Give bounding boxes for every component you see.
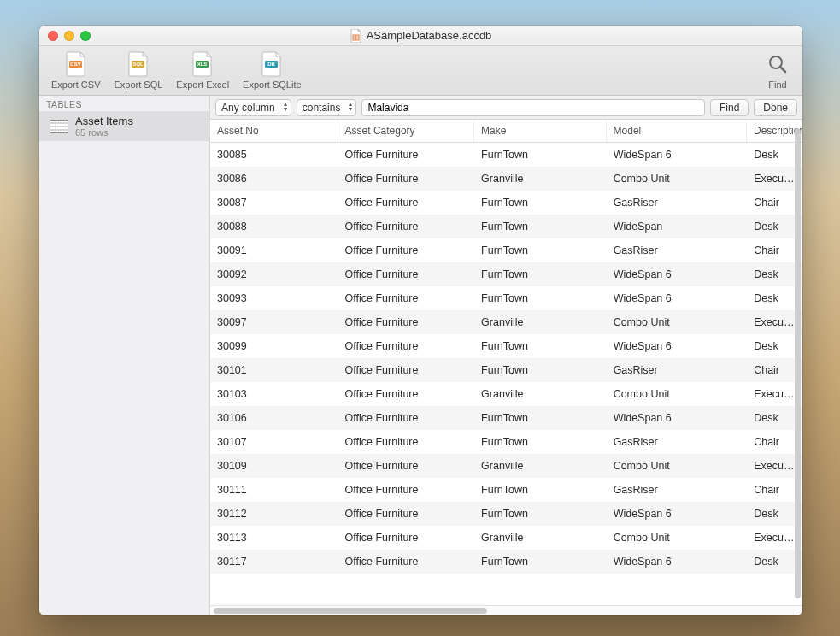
cell-make: FurnTown <box>474 478 607 502</box>
cell-make: Granville <box>474 310 607 334</box>
cell-model: WideSpan 6 <box>607 262 748 286</box>
toolbar: CSV Export CSV SQL Export SQL XLS Export… <box>39 46 802 96</box>
csv-file-icon: CSV <box>63 51 89 77</box>
cell-make: FurnTown <box>474 334 607 358</box>
table-row[interactable]: 30088Office FurnitureFurnTownWideSpanDes… <box>210 215 802 238</box>
xls-file-icon: XLS <box>190 51 215 77</box>
table-row[interactable]: 30112Office FurnitureFurnTownWideSpan 6D… <box>210 502 802 526</box>
workspace: TABLES Asset Items 65 rows Any column co… <box>39 96 802 615</box>
sidebar-section-header: TABLES <box>39 96 209 111</box>
export-csv-button[interactable]: CSV Export CSV <box>44 50 107 91</box>
titlebar: ASampleDatabase.accdb <box>39 26 802 46</box>
cell-asset-no: 30103 <box>210 382 338 406</box>
cell-model: WideSpan 6 <box>607 550 748 574</box>
cell-category: Office Furniture <box>338 191 475 215</box>
table-row[interactable]: 30113Office FurnitureGranvilleCombo Unit… <box>210 526 802 550</box>
table-row[interactable]: 30117Office FurnitureFurnTownWideSpan 6D… <box>210 550 802 574</box>
toolbar-label: Export Excel <box>176 80 229 90</box>
cell-asset-no: 30107 <box>210 430 338 454</box>
cell-asset-no: 30117 <box>210 550 338 574</box>
sidebar: TABLES Asset Items 65 rows <box>39 96 210 615</box>
export-sqlite-button[interactable]: DB Export SQLite <box>236 50 308 91</box>
table-row[interactable]: 30085Office FurnitureFurnTownWideSpan 6D… <box>210 143 802 167</box>
toolbar-label: Export CSV <box>51 80 100 90</box>
column-header-asset-category[interactable]: Asset Category <box>338 120 474 142</box>
cell-make: Granville <box>474 526 607 550</box>
cell-asset-no: 30097 <box>210 310 338 334</box>
cell-make: FurnTown <box>474 430 607 454</box>
table-row[interactable]: 30092Office FurnitureFurnTownWideSpan 6D… <box>210 262 802 286</box>
main-pane: Any column contains Find Done Asset No A… <box>210 96 802 615</box>
table-row[interactable]: 30107Office FurnitureFurnTownGasRiserCha… <box>210 430 802 454</box>
table-icon <box>50 120 68 133</box>
svg-text:CSV: CSV <box>70 62 80 67</box>
table-row[interactable]: 30106Office FurnitureFurnTownWideSpan 6D… <box>210 406 802 430</box>
done-button[interactable]: Done <box>754 99 797 116</box>
match-mode-select[interactable]: contains <box>297 99 357 116</box>
cell-make: FurnTown <box>474 191 607 215</box>
cell-asset-no: 30112 <box>210 502 338 526</box>
svg-text:SQL: SQL <box>132 62 144 67</box>
table-row[interactable]: 30109Office FurnitureGranvilleCombo Unit… <box>210 454 802 478</box>
zoom-window-button[interactable] <box>80 31 91 41</box>
export-excel-button[interactable]: XLS Export Excel <box>169 50 236 91</box>
cell-asset-no: 30106 <box>210 406 338 430</box>
cell-model: Combo Unit <box>607 454 748 478</box>
sidebar-item-asset-items[interactable]: Asset Items 65 rows <box>39 111 209 141</box>
cell-make: Granville <box>474 382 607 406</box>
cell-model: WideSpan <box>607 215 748 238</box>
table-row[interactable]: 30103Office FurnitureGranvilleCombo Unit… <box>210 382 802 406</box>
minimize-window-button[interactable] <box>64 31 74 41</box>
column-header-make[interactable]: Make <box>474 120 607 142</box>
cell-model: Combo Unit <box>607 310 748 334</box>
table-row[interactable]: 30097Office FurnitureGranvilleCombo Unit… <box>210 310 802 334</box>
db-file-icon: DB <box>259 51 285 77</box>
sidebar-item-subtitle: 65 rows <box>75 127 133 138</box>
table[interactable]: Asset No Asset Category Make Model Descr… <box>210 120 802 605</box>
table-row[interactable]: 30093Office FurnitureFurnTownWideSpan 6D… <box>210 286 802 310</box>
table-header: Asset No Asset Category Make Model Descr… <box>210 120 802 143</box>
table-row[interactable]: 30086Office FurnitureGranvilleCombo Unit… <box>210 167 802 191</box>
cell-asset-no: 30093 <box>210 286 338 310</box>
close-window-button[interactable] <box>48 31 58 41</box>
cell-asset-no: 30091 <box>210 238 338 262</box>
column-header-model[interactable]: Model <box>607 120 747 142</box>
table-row[interactable]: 30111Office FurnitureFurnTownGasRiserCha… <box>210 478 802 502</box>
window-title: ASampleDatabase.accdb <box>367 29 492 42</box>
cell-asset-no: 30092 <box>210 262 338 286</box>
cell-asset-no: 30111 <box>210 478 338 502</box>
cell-asset-no: 30087 <box>210 191 338 215</box>
cell-make: FurnTown <box>474 215 607 238</box>
cell-category: Office Furniture <box>338 215 475 238</box>
table-row[interactable]: 30099Office FurnitureFurnTownWideSpan 6D… <box>210 334 802 358</box>
column-scope-select[interactable]: Any column <box>215 99 291 116</box>
cell-category: Office Furniture <box>338 526 475 550</box>
scrollbar-thumb[interactable] <box>214 608 487 614</box>
table-row[interactable]: 30101Office FurnitureFurnTownGasRiserCha… <box>210 358 802 382</box>
column-header-asset-no[interactable]: Asset No <box>210 120 338 142</box>
cell-category: Office Furniture <box>338 478 475 502</box>
cell-model: Combo Unit <box>607 382 748 406</box>
search-input[interactable] <box>361 99 705 116</box>
cell-model: GasRiser <box>607 191 748 215</box>
cell-category: Office Furniture <box>338 502 475 526</box>
cell-make: FurnTown <box>474 143 607 167</box>
find-button[interactable]: Find <box>758 50 797 91</box>
svg-rect-0 <box>353 35 359 40</box>
table-row[interactable]: 30087Office FurnitureFurnTownGasRiserCha… <box>210 191 802 215</box>
cell-asset-no: 30101 <box>210 358 338 382</box>
cell-asset-no: 30099 <box>210 334 338 358</box>
vertical-scrollbar[interactable] <box>795 128 801 598</box>
table-row[interactable]: 30091Office FurnitureFurnTownGasRiserCha… <box>210 238 802 262</box>
sidebar-item-label: Asset Items <box>75 115 133 127</box>
cell-make: Granville <box>474 454 607 478</box>
horizontal-scrollbar[interactable] <box>210 605 802 615</box>
cell-asset-no: 30109 <box>210 454 338 478</box>
export-sql-button[interactable]: SQL Export SQL <box>107 50 169 91</box>
cell-category: Office Furniture <box>338 430 475 454</box>
cell-category: Office Furniture <box>338 310 475 334</box>
cell-make: FurnTown <box>474 238 607 262</box>
find-next-button[interactable]: Find <box>710 99 749 116</box>
cell-model: WideSpan 6 <box>607 286 748 310</box>
svg-text:DB: DB <box>267 62 275 67</box>
